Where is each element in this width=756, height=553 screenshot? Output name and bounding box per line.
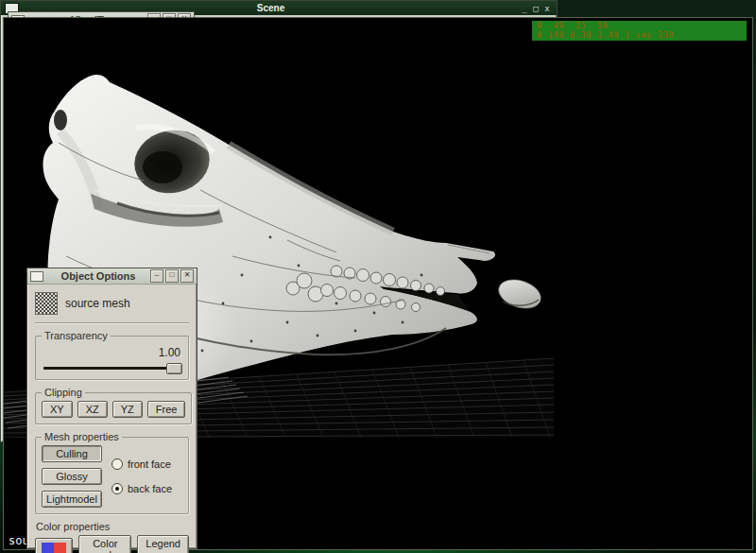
culling-button[interactable]: Culling [42, 445, 102, 462]
mesh-properties-label: Mesh properties [42, 431, 122, 442]
color-properties-label: Color properties [36, 521, 189, 532]
maximize-icon[interactable]: □ [165, 269, 179, 283]
options-titlebar[interactable]: Object Options – □ ✕ [27, 268, 197, 285]
dialog-icon [30, 271, 43, 282]
transparency-value: 1.00 [42, 344, 182, 362]
object-options-dialog: Object Options – □ ✕ source mesh Transpa… [26, 268, 198, 549]
minimize-icon[interactable]: _ [519, 4, 530, 13]
xy-clip-button[interactable]: XY [42, 401, 73, 418]
stats-line1: 0 49 15 50 [537, 22, 609, 30]
clipping-group: Clipping XYXZYZFree [35, 387, 192, 424]
radio-dot [112, 458, 123, 470]
radio-label: front face [128, 458, 171, 470]
mesh-buttons: CullingGlossyLightmodel [42, 445, 102, 508]
object-identity: source mesh [35, 290, 189, 323]
stats-line2: 0 140 0.30 1.48 1 smp 230 [537, 31, 674, 40]
dialog-title: Object Options [46, 270, 150, 282]
transparency-label: Transparency [42, 330, 111, 341]
transparency-group: Transparency 1.00 [35, 330, 189, 380]
close-icon[interactable]: x [541, 4, 553, 13]
close-icon[interactable]: ✕ [180, 269, 194, 283]
clipping-label: Clipping [42, 387, 85, 398]
back-face-radio[interactable]: back face [112, 483, 172, 494]
maximize-icon[interactable]: □ [530, 4, 541, 13]
slider-handle[interactable] [166, 363, 182, 374]
face-radios: front faceback face [112, 445, 172, 508]
clipping-buttons: XYXZYZFree [42, 401, 185, 418]
mesh-icon [35, 292, 58, 315]
lightmodel-button[interactable]: Lightmodel [42, 491, 102, 508]
transparency-slider[interactable] [42, 362, 182, 373]
legend-button[interactable]: Legend [137, 535, 189, 553]
color-buttons: Color scaleLegend [78, 535, 189, 553]
free-clip-button[interactable]: Free [147, 401, 186, 418]
minimize-icon[interactable]: – [150, 269, 163, 283]
slider-track [43, 367, 180, 370]
blue-swatch [42, 543, 54, 553]
desktop: ViewIT – □ ✕ FileObjectAdjustExtnViewHel… [0, 0, 756, 553]
xz-clip-button[interactable]: XZ [77, 401, 108, 418]
color-scale-button[interactable]: Color scale [78, 535, 131, 553]
object-name: source mesh [65, 297, 130, 310]
color-swatch-button[interactable] [35, 538, 73, 553]
front-face-radio[interactable]: front face [112, 458, 172, 470]
render-stats-overlay: 0 49 15 50 0 140 0.30 1.48 1 smp 230 [532, 21, 747, 41]
red-swatch [54, 543, 66, 553]
mesh-properties-group: Mesh properties CullingGlossyLightmodel … [35, 431, 189, 514]
radio-label: back face [128, 483, 172, 494]
bone-fragment [495, 275, 544, 314]
radio-dot [112, 483, 123, 494]
yz-clip-button[interactable]: YZ [112, 401, 143, 418]
glossy-button[interactable]: Glossy [42, 468, 102, 485]
color-properties-row: Color scaleLegend [35, 535, 189, 553]
